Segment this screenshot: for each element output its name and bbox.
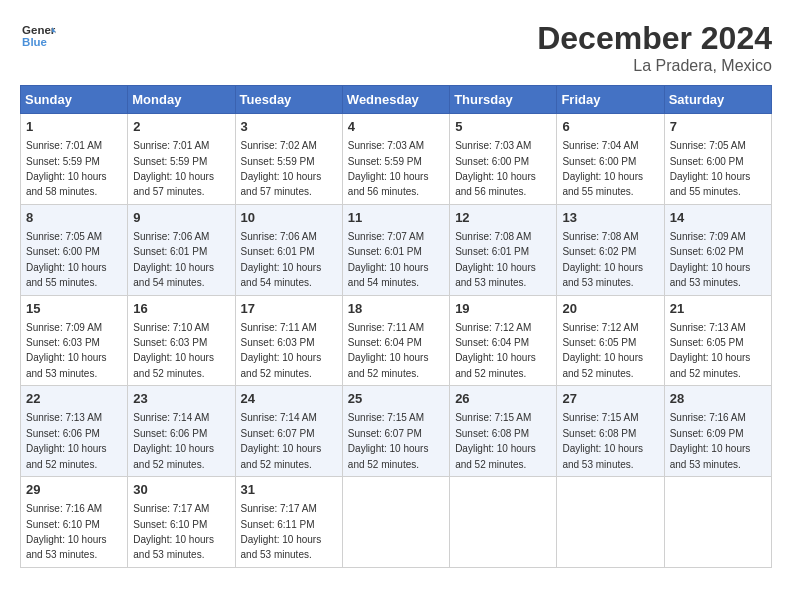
day-info: Sunrise: 7:09 AMSunset: 6:03 PMDaylight:… <box>26 322 107 379</box>
calendar-cell: 28Sunrise: 7:16 AMSunset: 6:09 PMDayligh… <box>664 386 771 477</box>
day-info: Sunrise: 7:14 AMSunset: 6:06 PMDaylight:… <box>133 412 214 469</box>
calendar-cell: 9Sunrise: 7:06 AMSunset: 6:01 PMDaylight… <box>128 204 235 295</box>
day-number: 12 <box>455 209 551 227</box>
logo: General Blue <box>20 20 56 50</box>
day-info: Sunrise: 7:05 AMSunset: 6:00 PMDaylight:… <box>26 231 107 288</box>
day-info: Sunrise: 7:14 AMSunset: 6:07 PMDaylight:… <box>241 412 322 469</box>
day-info: Sunrise: 7:16 AMSunset: 6:09 PMDaylight:… <box>670 412 751 469</box>
day-number: 20 <box>562 300 658 318</box>
day-info: Sunrise: 7:03 AMSunset: 5:59 PMDaylight:… <box>348 140 429 197</box>
day-info: Sunrise: 7:01 AMSunset: 5:59 PMDaylight:… <box>133 140 214 197</box>
header-cell-saturday: Saturday <box>664 86 771 114</box>
page-title: December 2024 <box>537 20 772 57</box>
calendar-cell: 29Sunrise: 7:16 AMSunset: 6:10 PMDayligh… <box>21 477 128 568</box>
calendar-cell: 21Sunrise: 7:13 AMSunset: 6:05 PMDayligh… <box>664 295 771 386</box>
day-number: 13 <box>562 209 658 227</box>
day-number: 23 <box>133 390 229 408</box>
header-cell-monday: Monday <box>128 86 235 114</box>
calendar-header-row: SundayMondayTuesdayWednesdayThursdayFrid… <box>21 86 772 114</box>
day-number: 9 <box>133 209 229 227</box>
day-number: 26 <box>455 390 551 408</box>
calendar-cell: 18Sunrise: 7:11 AMSunset: 6:04 PMDayligh… <box>342 295 449 386</box>
day-number: 31 <box>241 481 337 499</box>
day-info: Sunrise: 7:07 AMSunset: 6:01 PMDaylight:… <box>348 231 429 288</box>
day-number: 17 <box>241 300 337 318</box>
calendar-cell: 4Sunrise: 7:03 AMSunset: 5:59 PMDaylight… <box>342 114 449 205</box>
day-number: 4 <box>348 118 444 136</box>
day-info: Sunrise: 7:15 AMSunset: 6:07 PMDaylight:… <box>348 412 429 469</box>
day-info: Sunrise: 7:15 AMSunset: 6:08 PMDaylight:… <box>455 412 536 469</box>
day-info: Sunrise: 7:09 AMSunset: 6:02 PMDaylight:… <box>670 231 751 288</box>
calendar-cell: 2Sunrise: 7:01 AMSunset: 5:59 PMDaylight… <box>128 114 235 205</box>
day-info: Sunrise: 7:10 AMSunset: 6:03 PMDaylight:… <box>133 322 214 379</box>
calendar-cell: 6Sunrise: 7:04 AMSunset: 6:00 PMDaylight… <box>557 114 664 205</box>
day-number: 6 <box>562 118 658 136</box>
calendar-cell: 25Sunrise: 7:15 AMSunset: 6:07 PMDayligh… <box>342 386 449 477</box>
day-info: Sunrise: 7:17 AMSunset: 6:11 PMDaylight:… <box>241 503 322 560</box>
title-area: December 2024 La Pradera, Mexico <box>537 20 772 75</box>
day-number: 29 <box>26 481 122 499</box>
header-cell-tuesday: Tuesday <box>235 86 342 114</box>
calendar-cell <box>557 477 664 568</box>
calendar-cell: 1Sunrise: 7:01 AMSunset: 5:59 PMDaylight… <box>21 114 128 205</box>
calendar-cell: 12Sunrise: 7:08 AMSunset: 6:01 PMDayligh… <box>450 204 557 295</box>
header-cell-friday: Friday <box>557 86 664 114</box>
day-number: 15 <box>26 300 122 318</box>
page-subtitle: La Pradera, Mexico <box>537 57 772 75</box>
day-number: 28 <box>670 390 766 408</box>
day-number: 21 <box>670 300 766 318</box>
calendar-cell: 22Sunrise: 7:13 AMSunset: 6:06 PMDayligh… <box>21 386 128 477</box>
calendar-cell: 19Sunrise: 7:12 AMSunset: 6:04 PMDayligh… <box>450 295 557 386</box>
day-number: 11 <box>348 209 444 227</box>
calendar-cell <box>450 477 557 568</box>
calendar-cell: 3Sunrise: 7:02 AMSunset: 5:59 PMDaylight… <box>235 114 342 205</box>
day-number: 2 <box>133 118 229 136</box>
day-info: Sunrise: 7:12 AMSunset: 6:05 PMDaylight:… <box>562 322 643 379</box>
day-number: 3 <box>241 118 337 136</box>
calendar-week-2: 8Sunrise: 7:05 AMSunset: 6:00 PMDaylight… <box>21 204 772 295</box>
day-info: Sunrise: 7:03 AMSunset: 6:00 PMDaylight:… <box>455 140 536 197</box>
day-info: Sunrise: 7:11 AMSunset: 6:04 PMDaylight:… <box>348 322 429 379</box>
calendar-cell: 17Sunrise: 7:11 AMSunset: 6:03 PMDayligh… <box>235 295 342 386</box>
calendar-cell: 27Sunrise: 7:15 AMSunset: 6:08 PMDayligh… <box>557 386 664 477</box>
day-info: Sunrise: 7:04 AMSunset: 6:00 PMDaylight:… <box>562 140 643 197</box>
day-info: Sunrise: 7:17 AMSunset: 6:10 PMDaylight:… <box>133 503 214 560</box>
day-info: Sunrise: 7:02 AMSunset: 5:59 PMDaylight:… <box>241 140 322 197</box>
calendar-cell: 7Sunrise: 7:05 AMSunset: 6:00 PMDaylight… <box>664 114 771 205</box>
day-number: 18 <box>348 300 444 318</box>
day-number: 1 <box>26 118 122 136</box>
calendar-cell: 31Sunrise: 7:17 AMSunset: 6:11 PMDayligh… <box>235 477 342 568</box>
calendar-cell: 5Sunrise: 7:03 AMSunset: 6:00 PMDaylight… <box>450 114 557 205</box>
day-info: Sunrise: 7:13 AMSunset: 6:06 PMDaylight:… <box>26 412 107 469</box>
day-info: Sunrise: 7:05 AMSunset: 6:00 PMDaylight:… <box>670 140 751 197</box>
day-info: Sunrise: 7:12 AMSunset: 6:04 PMDaylight:… <box>455 322 536 379</box>
day-info: Sunrise: 7:06 AMSunset: 6:01 PMDaylight:… <box>241 231 322 288</box>
day-info: Sunrise: 7:06 AMSunset: 6:01 PMDaylight:… <box>133 231 214 288</box>
day-number: 24 <box>241 390 337 408</box>
calendar-cell: 23Sunrise: 7:14 AMSunset: 6:06 PMDayligh… <box>128 386 235 477</box>
calendar-cell: 20Sunrise: 7:12 AMSunset: 6:05 PMDayligh… <box>557 295 664 386</box>
calendar-cell <box>342 477 449 568</box>
day-info: Sunrise: 7:13 AMSunset: 6:05 PMDaylight:… <box>670 322 751 379</box>
day-info: Sunrise: 7:08 AMSunset: 6:02 PMDaylight:… <box>562 231 643 288</box>
calendar-week-5: 29Sunrise: 7:16 AMSunset: 6:10 PMDayligh… <box>21 477 772 568</box>
day-info: Sunrise: 7:01 AMSunset: 5:59 PMDaylight:… <box>26 140 107 197</box>
page-header: General Blue December 2024 La Pradera, M… <box>20 20 772 75</box>
day-number: 30 <box>133 481 229 499</box>
day-number: 25 <box>348 390 444 408</box>
calendar-cell: 8Sunrise: 7:05 AMSunset: 6:00 PMDaylight… <box>21 204 128 295</box>
day-number: 14 <box>670 209 766 227</box>
calendar-cell: 13Sunrise: 7:08 AMSunset: 6:02 PMDayligh… <box>557 204 664 295</box>
logo-icon: General Blue <box>20 20 56 50</box>
calendar-cell <box>664 477 771 568</box>
calendar-table: SundayMondayTuesdayWednesdayThursdayFrid… <box>20 85 772 568</box>
calendar-cell: 14Sunrise: 7:09 AMSunset: 6:02 PMDayligh… <box>664 204 771 295</box>
day-info: Sunrise: 7:16 AMSunset: 6:10 PMDaylight:… <box>26 503 107 560</box>
header-cell-wednesday: Wednesday <box>342 86 449 114</box>
calendar-cell: 24Sunrise: 7:14 AMSunset: 6:07 PMDayligh… <box>235 386 342 477</box>
day-number: 5 <box>455 118 551 136</box>
day-info: Sunrise: 7:11 AMSunset: 6:03 PMDaylight:… <box>241 322 322 379</box>
calendar-week-1: 1Sunrise: 7:01 AMSunset: 5:59 PMDaylight… <box>21 114 772 205</box>
calendar-cell: 30Sunrise: 7:17 AMSunset: 6:10 PMDayligh… <box>128 477 235 568</box>
svg-text:General: General <box>22 24 56 36</box>
